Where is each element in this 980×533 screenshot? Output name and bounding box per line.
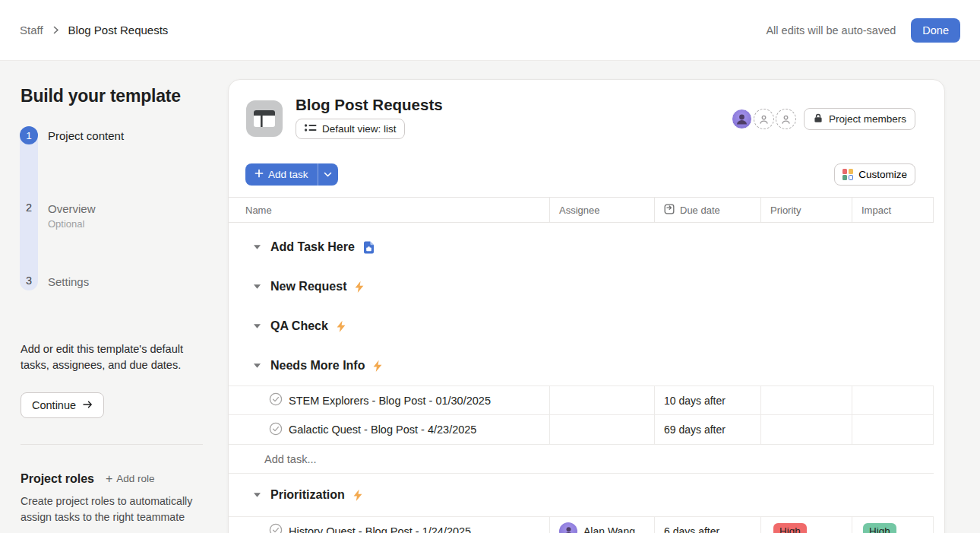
task-name-cell[interactable]: STEM Explorers - Blog Post - 01/30/2025: [229, 386, 550, 414]
task-name: History Quest - Blog Post - 1/24/2025: [289, 525, 471, 533]
task-name-cell[interactable]: History Quest - Blog Post - 1/24/2025: [229, 517, 550, 533]
section-title[interactable]: QA Check: [270, 319, 328, 333]
section-collapse-button[interactable]: [251, 281, 262, 292]
template-preview-card: Blog Post Requests Default view: list: [228, 79, 945, 533]
add-task-split-button: Add task: [245, 163, 338, 186]
automation-bolt-icon[interactable]: [352, 489, 363, 502]
column-header-impact[interactable]: Impact: [852, 198, 934, 222]
task-impact-cell[interactable]: [852, 386, 934, 414]
add-role-label: Add role: [116, 473, 154, 484]
project-roles-description: Create project roles to automatically as…: [21, 493, 215, 525]
chevron-down-icon: [324, 172, 332, 177]
add-task-button[interactable]: Add task: [245, 163, 318, 186]
task-priority-cell[interactable]: [761, 386, 852, 414]
caret-down-icon: [253, 323, 261, 329]
list-view-icon: [304, 122, 317, 135]
task-row[interactable]: History Quest - Blog Post - 1/24/2025 Al…: [229, 516, 934, 533]
caret-down-icon: [253, 284, 261, 290]
complete-check-icon[interactable]: [269, 523, 283, 533]
breadcrumb: Staff Blog Post Requests: [20, 24, 168, 36]
lock-icon: [813, 113, 824, 125]
section-title[interactable]: New Request: [270, 280, 346, 293]
section-row-prioritization: Prioritization: [229, 474, 945, 516]
project-members-label: Project members: [829, 113, 906, 125]
task-row[interactable]: STEM Explorers - Blog Post - 01/30/2025 …: [229, 385, 934, 415]
task-impact-cell[interactable]: [852, 415, 934, 444]
breadcrumb-parent[interactable]: Staff: [20, 24, 43, 36]
column-header-name[interactable]: Name: [229, 198, 550, 222]
assignee-avatar: [559, 522, 577, 533]
section-title[interactable]: Needs More Info: [270, 359, 365, 373]
project-template-icon: [246, 100, 283, 137]
topbar: Staff Blog Post Requests All edits will …: [0, 0, 980, 61]
task-name: Galactic Quest - Blog Post - 4/23/2025: [289, 424, 476, 436]
priority-badge[interactable]: High: [773, 523, 807, 533]
empty-avatar-slot[interactable]: [776, 109, 796, 129]
automation-bolt-icon[interactable]: [372, 360, 383, 373]
step-2-label[interactable]: Overview: [48, 202, 96, 215]
plus-icon: [254, 169, 264, 180]
task-impact-cell[interactable]: High: [852, 517, 934, 533]
step-1-number: 1: [26, 130, 32, 141]
section-collapse-button[interactable]: [251, 242, 262, 252]
impact-badge[interactable]: High: [863, 523, 896, 533]
step-2-optional-label: Optional: [48, 218, 84, 230]
column-header-priority[interactable]: Priority: [761, 198, 852, 222]
chevron-right-icon: [52, 24, 59, 36]
task-assignee-cell[interactable]: Alan Wang: [550, 517, 655, 533]
caret-down-icon: [253, 363, 261, 369]
caret-down-icon: [253, 244, 261, 250]
add-task-dropdown-button[interactable]: [318, 163, 338, 186]
complete-check-icon[interactable]: [269, 422, 283, 438]
column-label: Impact: [861, 205, 891, 216]
sidebar-divider: [21, 444, 203, 445]
step-1-indicator: 1: [20, 126, 38, 144]
section-row-new-request: New Request: [229, 267, 945, 306]
section-collapse-button[interactable]: [251, 321, 262, 332]
add-task-placeholder-row[interactable]: Add task...: [229, 445, 934, 474]
empty-avatar-slot[interactable]: [754, 109, 774, 129]
task-priority-cell[interactable]: [761, 415, 852, 444]
column-header-due-date[interactable]: Due date: [655, 198, 761, 222]
project-roles-title: Project roles: [21, 472, 94, 486]
due-date-icon: [664, 204, 675, 217]
task-due-cell[interactable]: 10 days after: [655, 386, 761, 414]
add-role-button[interactable]: + Add role: [106, 473, 155, 484]
task-assignee-cell[interactable]: [550, 415, 655, 444]
automation-bolt-icon[interactable]: [354, 281, 365, 293]
task-due-cell[interactable]: 6 days after: [655, 517, 761, 533]
members-row: Project members: [730, 108, 915, 130]
autosave-note: All edits will be auto-saved: [766, 24, 896, 36]
member-avatar[interactable]: [732, 109, 752, 129]
form-document-icon[interactable]: [362, 240, 375, 255]
complete-check-icon[interactable]: [269, 392, 283, 408]
default-view-chip[interactable]: Default view: list: [296, 119, 405, 139]
column-header-assignee[interactable]: Assignee: [550, 198, 655, 222]
add-task-label: Add task: [268, 169, 308, 180]
section-title[interactable]: Prioritization: [270, 488, 345, 502]
automation-bolt-icon[interactable]: [336, 320, 346, 333]
caret-down-icon: [253, 492, 261, 498]
task-due-cell[interactable]: 69 days after: [655, 415, 761, 444]
task-assignee-cell[interactable]: [550, 386, 655, 414]
plus-icon: +: [106, 474, 112, 484]
column-label: Due date: [680, 205, 720, 216]
section-collapse-button[interactable]: [251, 490, 262, 500]
table-header-row: Name Assignee Due date Priority Impact: [229, 197, 934, 223]
step-3-number: 3: [20, 274, 38, 287]
section-collapse-button[interactable]: [251, 360, 262, 371]
continue-button[interactable]: Continue: [21, 392, 104, 418]
project-members-button[interactable]: Project members: [804, 108, 915, 130]
project-title[interactable]: Blog Post Requests: [296, 96, 443, 114]
section-row-needs-more-info: Needs More Info: [229, 346, 945, 385]
assignee-name: Alan Wang: [583, 525, 635, 533]
task-priority-cell[interactable]: High: [761, 517, 852, 533]
task-name-cell[interactable]: Galactic Quest - Blog Post - 4/23/2025: [229, 415, 550, 444]
step-1-label[interactable]: Project content: [48, 129, 124, 142]
task-row[interactable]: Galactic Quest - Blog Post - 4/23/2025 6…: [229, 415, 934, 445]
section-row-add-task-here: Add Task Here: [229, 227, 945, 267]
step-3-label[interactable]: Settings: [48, 275, 89, 288]
done-button[interactable]: Done: [911, 18, 960, 43]
customize-button[interactable]: Customize: [834, 163, 915, 186]
section-title[interactable]: Add Task Here: [270, 240, 355, 254]
